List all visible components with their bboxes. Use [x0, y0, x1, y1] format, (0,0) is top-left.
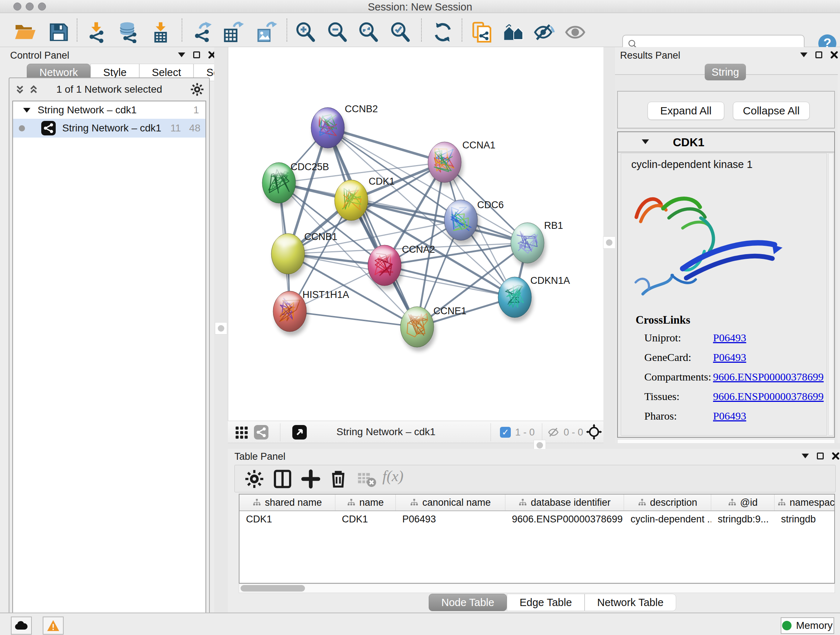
show-columns-button[interactable] — [272, 469, 293, 489]
results-vertical-scrollbar[interactable] — [829, 153, 834, 435]
hide-selected-button[interactable] — [533, 21, 555, 43]
table-settings-button[interactable] — [244, 469, 264, 489]
selected-checkbox[interactable]: ✓ — [500, 427, 511, 438]
save-session-button[interactable] — [48, 21, 69, 43]
control-panel: Control Panel NetworkStyleSelectSets 1 o… — [0, 47, 214, 613]
table-cell: CDK1 — [335, 511, 396, 527]
crosslink-link[interactable]: P06493 — [713, 332, 746, 344]
grid-mode-icon[interactable] — [234, 425, 249, 440]
tab-node-table[interactable]: Node Table — [429, 594, 507, 611]
hidden-eye-icon[interactable] — [547, 426, 561, 439]
import-network-file-button[interactable] — [85, 21, 107, 43]
network-node-CCNB1[interactable] — [271, 233, 306, 278]
detach-view-icon[interactable] — [292, 425, 307, 440]
zoom-in-button[interactable] — [294, 21, 316, 43]
network-node-CCNE1[interactable] — [401, 307, 436, 351]
export-network-button[interactable] — [192, 21, 213, 43]
table-row[interactable]: CDK1CDK1P064939606.ENSP00000378699cyclin… — [240, 511, 834, 527]
separator — [280, 423, 280, 441]
crosslink-row: Compartments:9606.ENSP00000378699 — [644, 371, 711, 383]
network-node-RB1[interactable] — [511, 223, 546, 267]
table-horizontal-scrollbar[interactable] — [239, 584, 835, 593]
create-column-button[interactable] — [301, 469, 321, 489]
network-view-icon[interactable] — [254, 425, 268, 440]
window-title: Session: New Session — [0, 1, 840, 13]
show-all-networks-button[interactable] — [503, 21, 524, 43]
right-splitter[interactable] — [603, 47, 615, 443]
panel-menu-icon[interactable] — [178, 52, 185, 57]
memory-button[interactable]: Memory — [781, 617, 834, 634]
show-hidden-button[interactable] — [564, 21, 586, 43]
tab-string[interactable]: String — [705, 64, 746, 80]
column-header-description[interactable]: description — [624, 494, 711, 510]
collapse-all-button[interactable]: Collapse All — [733, 102, 810, 120]
node-label-CDC25B: CDC25B — [291, 162, 329, 172]
panel-menu-icon[interactable] — [800, 52, 807, 57]
tab-edge-table[interactable]: Edge Table — [507, 594, 584, 611]
expand-all-button[interactable]: Expand All — [647, 102, 724, 120]
cloud-status-button[interactable] — [11, 616, 32, 635]
section-collapse-icon[interactable] — [642, 139, 649, 144]
gear-icon[interactable] — [190, 82, 204, 96]
refresh-button[interactable] — [432, 21, 454, 43]
zoom-selected-button[interactable] — [389, 21, 411, 43]
zoom-in-icon — [294, 21, 316, 43]
column-header-shared-name[interactable]: shared name — [240, 494, 335, 510]
export-network-icon — [192, 21, 213, 43]
crosslink-link[interactable]: P06493 — [713, 351, 746, 363]
table-panel-title: Table Panel — [234, 451, 286, 462]
table-cell: stringdb:9... — [711, 511, 775, 527]
birds-eye-icon[interactable] — [586, 424, 602, 440]
panel-menu-icon[interactable] — [802, 454, 809, 458]
column-header-namespace[interactable]: namespace — [775, 494, 835, 510]
import-table-button[interactable] — [150, 21, 172, 43]
network-node-CDKN1A[interactable] — [498, 277, 533, 321]
export-table-button[interactable] — [222, 21, 244, 43]
left-splitter[interactable] — [214, 47, 228, 613]
table-header-row: shared namenamecanonical namedatabase id… — [240, 494, 834, 511]
tree-expand-icon[interactable] — [23, 108, 30, 112]
column-header--id[interactable]: @id — [711, 494, 775, 510]
tab-network-table[interactable]: Network Table — [584, 594, 676, 611]
panel-float-icon[interactable] — [817, 453, 824, 459]
function-builder-button[interactable]: f(x) — [382, 467, 422, 488]
delete-table-button[interactable] — [356, 469, 377, 489]
zoom-fit-button[interactable] — [357, 21, 379, 43]
splitter-grip[interactable] — [603, 236, 615, 249]
open-session-button[interactable] — [14, 21, 35, 43]
network-canvas[interactable]: CCNB2CCNA1CDC25BCDK1CDC6RB1CCNB1CCNA2CDK… — [228, 47, 603, 421]
table-panel: Table Panel — [228, 449, 840, 613]
scrollbar-thumb[interactable] — [240, 585, 305, 592]
node-section-header[interactable]: CDK1 — [618, 132, 834, 152]
network-node-CCNA2[interactable] — [368, 245, 403, 290]
export-image-button[interactable] — [256, 21, 277, 43]
control-panel-title: Control Panel — [10, 50, 69, 61]
network-row-selected[interactable]: String Network – cdk1 11 48 — [13, 119, 205, 138]
network-node-CDK1[interactable] — [335, 180, 370, 225]
duplicate-network-button[interactable] — [471, 21, 493, 43]
network-collection-row[interactable]: String Network – cdk1 1 — [13, 101, 205, 119]
node-details-section: CDK1 cyclin-dependent kinase 1 — [617, 131, 835, 438]
crosslink-link[interactable]: 9606.ENSP00000378699 — [713, 371, 824, 383]
warnings-button[interactable] — [43, 616, 64, 635]
crosslink-label: GeneCard: — [644, 351, 691, 363]
panel-float-icon[interactable] — [815, 51, 822, 58]
delete-column-button[interactable] — [328, 469, 348, 489]
splitter-grip[interactable] — [215, 322, 227, 334]
column-header-database-identifier[interactable]: database identifier — [505, 494, 624, 510]
import-network-database-button[interactable] — [117, 21, 139, 43]
crosslink-link[interactable]: 9606.ENSP00000378699 — [713, 390, 824, 402]
network-node-CCNB2[interactable] — [311, 108, 346, 152]
panel-close-icon[interactable] — [832, 452, 840, 460]
separator — [491, 423, 491, 441]
column-header-canonical-name[interactable]: canonical name — [396, 494, 505, 510]
crosslink-row: Pharos:P06493 — [644, 410, 677, 422]
panel-float-icon[interactable] — [193, 51, 200, 58]
zoom-out-button[interactable] — [326, 21, 348, 43]
column-header-name[interactable]: name — [335, 494, 396, 510]
bottom-splitter[interactable] — [228, 443, 840, 449]
crosslink-label: Tissues: — [644, 390, 679, 402]
crosslink-link[interactable]: P06493 — [713, 410, 746, 422]
edge-HIST1H1A-CCNE1[interactable] — [290, 311, 417, 327]
panel-close-icon[interactable] — [830, 51, 838, 59]
